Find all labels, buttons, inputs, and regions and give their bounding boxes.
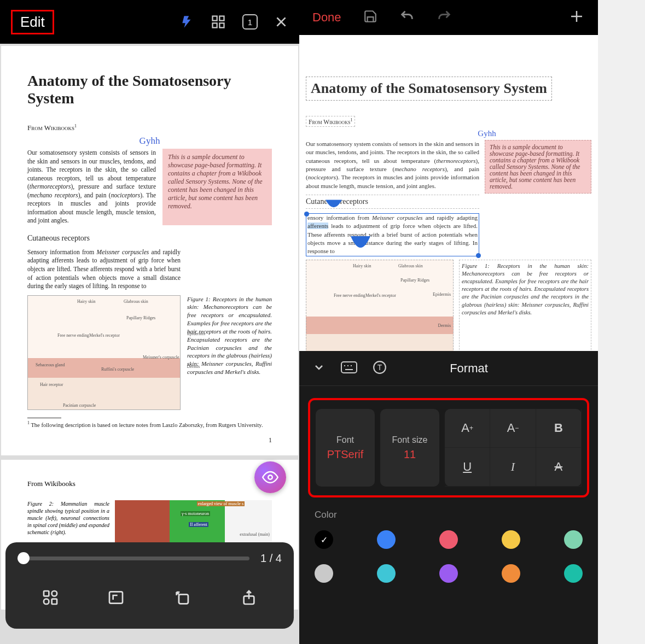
preview-fab[interactable]	[254, 461, 286, 493]
right-pane: Done Anatomy of the Somatosensory System…	[299, 0, 598, 644]
body-paragraph-1: Our somatosensory system consists of sen…	[27, 149, 156, 225]
color-swatch[interactable]	[377, 564, 396, 583]
color-swatch[interactable]	[377, 530, 396, 549]
editable-document[interactable]: Anatomy of the Somatosensory System From…	[299, 35, 598, 369]
font-size-picker[interactable]: Font size 11	[380, 409, 439, 487]
handwritten-annotation: Gyhh	[27, 136, 272, 147]
doc2-source: From Wikibooks	[27, 479, 272, 488]
highlighted-word: afferents	[307, 223, 328, 229]
svg-rect-12	[179, 594, 188, 604]
footnote-1: 1 The following description is based on …	[27, 420, 272, 428]
doc-title-editable[interactable]: Anatomy of the Somatosensory System	[306, 77, 552, 101]
selection-handle-start[interactable]	[304, 212, 309, 216]
text-caret-handle-2[interactable]	[351, 226, 370, 251]
selection-handle-end[interactable]	[476, 253, 481, 258]
text-caret-handle[interactable]	[326, 190, 342, 213]
tabs-icon[interactable]: 1	[242, 14, 258, 30]
doc-source: From Wikibooks1	[27, 124, 272, 132]
underline-button[interactable]: U	[445, 448, 490, 487]
subheading-cutaneous: Cutaneous receptors	[27, 234, 272, 243]
bold-button[interactable]: B	[536, 409, 582, 448]
font-picker[interactable]: Font PTSerif	[316, 409, 375, 487]
color-section: Color ✓	[315, 510, 583, 583]
fullscreen-icon[interactable]	[107, 589, 125, 608]
color-swatch[interactable]	[315, 564, 333, 583]
color-swatch[interactable]	[502, 564, 520, 583]
slider-thumb[interactable]	[18, 552, 30, 564]
svg-rect-3	[219, 23, 224, 27]
grid-icon[interactable]	[211, 14, 226, 30]
edit-button[interactable]: Edit	[11, 10, 54, 34]
decrease-font-button[interactable]: A−	[490, 409, 536, 448]
color-swatch[interactable]: ✓	[315, 530, 333, 549]
body-column[interactable]: Our somatosensory system consists of sen…	[306, 140, 479, 256]
redo-icon[interactable]	[437, 9, 452, 26]
strikethrough-button[interactable]: A	[536, 448, 582, 487]
color-swatch[interactable]	[439, 564, 458, 583]
document-page-1[interactable]: Anatomy of the Somatosensory System From…	[1, 46, 298, 455]
callout-box-editable[interactable]: This is a sample document to showcase pa…	[485, 140, 591, 194]
done-button[interactable]: Done	[312, 10, 341, 25]
svg-rect-9	[44, 599, 49, 604]
format-panel: T Format Font PTSerif Font size 11 A+ A−…	[299, 351, 598, 644]
handwritten-annotation[interactable]: Gyhh	[382, 129, 591, 138]
collapse-panel-icon[interactable]	[312, 361, 326, 376]
left-topbar: Edit 1	[0, 0, 299, 44]
color-label: Color	[315, 510, 583, 520]
close-icon[interactable]	[274, 15, 288, 29]
doc-source-editable[interactable]: From Wikibooks1	[306, 116, 355, 127]
callout-box: This is a sample document to showcase pa…	[162, 149, 272, 225]
figure-1-image[interactable]: Hairy skin Glabrous skin Epidermis Dermi…	[306, 260, 454, 364]
format-controls-highlighted: Font PTSerif Font size 11 A+ A− B U I A	[308, 398, 589, 497]
rotate-icon[interactable]	[173, 588, 192, 609]
svg-rect-8	[52, 591, 57, 596]
svg-rect-11	[109, 592, 123, 603]
text-selection[interactable]: ensory information from Meissner corpusc…	[306, 213, 479, 256]
svg-point-6	[268, 475, 272, 479]
color-swatch[interactable]	[439, 530, 458, 549]
panels-icon[interactable]	[42, 589, 59, 608]
right-topbar: Done	[299, 0, 598, 35]
svg-rect-10	[52, 599, 57, 604]
body-paragraph-2: Sensory information from Meissner corpus…	[27, 248, 181, 291]
svg-rect-2	[213, 23, 217, 27]
figure-1-caption: Figure 1: Receptors in the human skin: M…	[187, 295, 272, 410]
increase-font-button[interactable]: A+	[445, 409, 490, 448]
undo-icon[interactable]	[399, 9, 415, 26]
color-row-2	[315, 564, 583, 583]
color-swatch[interactable]	[564, 530, 583, 549]
color-row-1: ✓	[315, 530, 583, 549]
bottom-toolbar: 1 / 4	[5, 542, 294, 629]
format-title: Format	[353, 361, 585, 376]
figure-1-caption[interactable]: Figure 1: Receptors in the human skin: M…	[459, 260, 591, 364]
svg-rect-7	[44, 591, 49, 596]
share-icon[interactable]	[240, 589, 258, 608]
svg-rect-1	[219, 16, 224, 21]
figure-1-image: Hairy skin Glabrous skin Epidermis Dermi…	[27, 295, 181, 410]
page-indicator: 1 / 4	[260, 552, 282, 565]
page-slider[interactable]	[18, 557, 249, 560]
add-icon[interactable]	[568, 8, 585, 27]
save-icon[interactable]	[363, 9, 377, 26]
left-pane: Edit 1 Anatomy of the Somatosensory Syst…	[0, 0, 299, 644]
color-swatch[interactable]	[564, 564, 583, 583]
italic-button[interactable]: I	[490, 448, 536, 487]
color-swatch[interactable]	[502, 530, 520, 549]
svg-rect-0	[213, 16, 217, 21]
bolt-icon[interactable]	[180, 14, 194, 30]
page-number: 1	[27, 436, 272, 444]
doc-title: Anatomy of the Somatosensory System	[27, 72, 272, 107]
